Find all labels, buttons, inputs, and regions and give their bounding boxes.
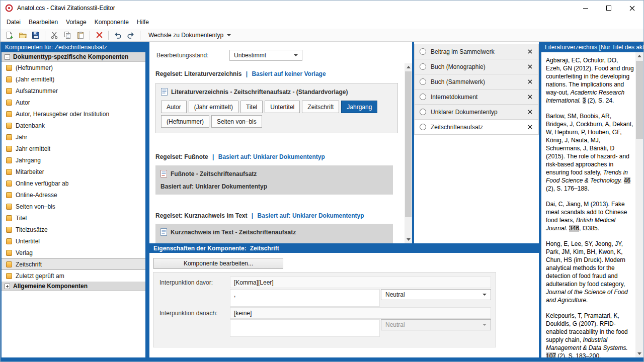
doctype-row[interactable]: Buch (Monographie) [414, 59, 539, 74]
doctype-label: Beitrag im Sammelwerk [431, 48, 528, 55]
doctypes-panel: Beitrag im Sammelwerk Buch (Monographie)… [414, 42, 539, 243]
maximize-button[interactable] [597, 1, 620, 16]
scroll-up-button[interactable] [405, 63, 412, 71]
menu-item[interactable]: Bearbeiten [25, 16, 62, 29]
editor-scrollbar[interactable] [405, 63, 412, 243]
component-icon [6, 111, 12, 117]
punct-after-style-select[interactable]: Neutral [381, 319, 491, 330]
section-doc-specific[interactable]: Dokumenttyp-spezifische Komponenten [2, 52, 145, 62]
component-item[interactable]: Online verfügbar ab [2, 177, 145, 189]
doctype-row[interactable]: Buch (Sammelwerk) [414, 74, 539, 89]
template-component-button[interactable]: Autor [161, 101, 187, 113]
menu-item[interactable]: Komponente [91, 16, 133, 29]
component-item[interactable]: Mitarbeiter [2, 166, 145, 177]
cut-button[interactable] [48, 30, 60, 41]
footnote-box-subtitle: Basiert auf: Unklarer Dokumententyp [160, 183, 388, 190]
component-item[interactable]: Jahrgang [2, 154, 145, 166]
doctype-row[interactable]: Unklarer Dokumententyp [414, 105, 539, 120]
expand-icon[interactable] [5, 284, 10, 289]
template-component-button[interactable]: (Heftnummer) [161, 115, 209, 128]
menu-item[interactable]: Datei [3, 16, 25, 29]
menu-item[interactable]: Hilfe [133, 16, 153, 29]
paste-button[interactable] [74, 30, 87, 41]
close-button[interactable] [620, 1, 643, 16]
component-item[interactable]: Jahr ermittelt [2, 143, 145, 154]
scroll-down-button[interactable] [405, 236, 412, 243]
save-button[interactable] [30, 30, 42, 41]
punct-after-input[interactable] [230, 319, 380, 337]
component-item[interactable]: Datenbank [2, 120, 145, 131]
punct-before-style-select[interactable]: Neutral [381, 289, 491, 300]
template-component-button[interactable]: Jahrgang [341, 101, 377, 113]
preview-scrollbar[interactable] [635, 52, 643, 357]
component-item[interactable]: Seiten von–bis [2, 201, 145, 212]
component-item[interactable]: Autor [2, 97, 145, 108]
remove-doctype-icon[interactable] [528, 125, 532, 129]
intext-template-box[interactable]: Kurznachweis im Text - Zeitschriftenaufs… [155, 224, 393, 243]
remove-doctype-icon[interactable] [528, 95, 532, 99]
component-icon [6, 100, 12, 106]
template-component-button[interactable]: Zeitschrift [302, 101, 339, 113]
delete-button[interactable] [93, 30, 105, 41]
template-component-button[interactable]: (Jahr ermittelt) [189, 101, 238, 113]
component-item[interactable]: Titel [2, 212, 145, 224]
scroll-thumb[interactable] [405, 71, 412, 217]
component-item[interactable]: Online-Adresse [2, 189, 145, 201]
template-component-button[interactable]: Titel [240, 101, 263, 113]
component-item[interactable]: Jahr [2, 131, 145, 143]
window-controls [574, 1, 643, 16]
titlebar: Anatol.ccs - Citavi Zitationsstil-Editor [1, 1, 643, 16]
doctype-row[interactable]: Beitrag im Sammelwerk [414, 44, 539, 59]
doctype-row[interactable]: Internetdokument [414, 89, 539, 105]
radio-icon[interactable] [420, 109, 426, 115]
component-item[interactable]: Zuletzt geprüft am [2, 270, 145, 282]
new-document-button[interactable] [4, 30, 16, 41]
section-general-label: Allgemeine Komponenten [13, 283, 88, 290]
properties-header: Eigenschaften der Komponente: Zeitschrif… [149, 243, 539, 253]
open-button[interactable] [17, 30, 29, 41]
template-component-button[interactable]: Seiten von–bis [211, 115, 262, 128]
edit-component-button[interactable]: Komponente bearbeiten... [153, 258, 283, 269]
component-item[interactable]: Autor, Herausgeber oder Institution [2, 108, 145, 120]
remove-doctype-icon[interactable] [528, 110, 532, 114]
doctype-row[interactable]: Zeitschriftenaufsatz [414, 120, 539, 135]
open-folder-icon [19, 31, 27, 39]
component-item[interactable]: Verlag [2, 247, 145, 258]
scroll-up-button[interactable] [635, 52, 643, 60]
redo-button[interactable] [125, 30, 137, 41]
ruleset-base-link[interactable]: Basiert auf: Unklarer Dokumententyp [218, 153, 325, 160]
component-item[interactable]: (Jahr ermittelt) [2, 73, 145, 85]
radio-icon[interactable] [420, 48, 426, 55]
radio-icon[interactable] [420, 124, 426, 130]
footnote-template-box[interactable]: Fußnote - Zeitschriftenaufsatz Basiert a… [155, 165, 393, 195]
component-item[interactable]: Zeitschrift [2, 258, 145, 270]
collapse-icon[interactable] [5, 54, 10, 60]
radio-icon[interactable] [420, 63, 426, 70]
component-item[interactable]: Titelzusätze [2, 224, 145, 235]
scroll-thumb[interactable] [636, 61, 643, 139]
undo-button[interactable] [112, 30, 124, 41]
punct-before-value-field[interactable]: [Komma][Leer] [230, 277, 491, 288]
switch-doctype-button[interactable]: Wechsle zu Dokumententyp [143, 30, 236, 41]
punct-after-value-field[interactable]: [keine] [230, 307, 491, 319]
scroll-down-button[interactable] [635, 350, 643, 357]
radio-icon[interactable] [420, 94, 426, 100]
component-item[interactable]: Aufsatznummer [2, 85, 145, 97]
copy-button[interactable] [61, 30, 73, 41]
radio-icon[interactable] [420, 78, 426, 85]
bearbeitungsstand-select[interactable]: Unbestimmt [229, 50, 302, 61]
ruleset-base-link[interactable]: Basiert auf: Unklarer Dokumententyp [258, 212, 364, 219]
component-item[interactable]: (Heftnummer) [2, 62, 145, 73]
remove-doctype-icon[interactable] [528, 49, 532, 54]
component-item[interactable]: Untertitel [2, 235, 145, 247]
remove-doctype-icon[interactable] [528, 79, 532, 84]
section-general[interactable]: Allgemeine Komponenten [2, 282, 145, 291]
doctypes-list: Beitrag im Sammelwerk Buch (Monographie)… [414, 44, 539, 135]
remove-doctype-icon[interactable] [528, 64, 532, 69]
menu-item[interactable]: Vorlage [62, 16, 91, 29]
minimize-button[interactable] [574, 1, 597, 16]
punct-before-input[interactable]: , [230, 289, 380, 307]
template-component-button[interactable]: Untertitel [265, 101, 300, 113]
ruleset-base-link[interactable]: Basiert auf keiner Vorlage [252, 70, 326, 77]
chevron-down-icon [294, 54, 298, 56]
